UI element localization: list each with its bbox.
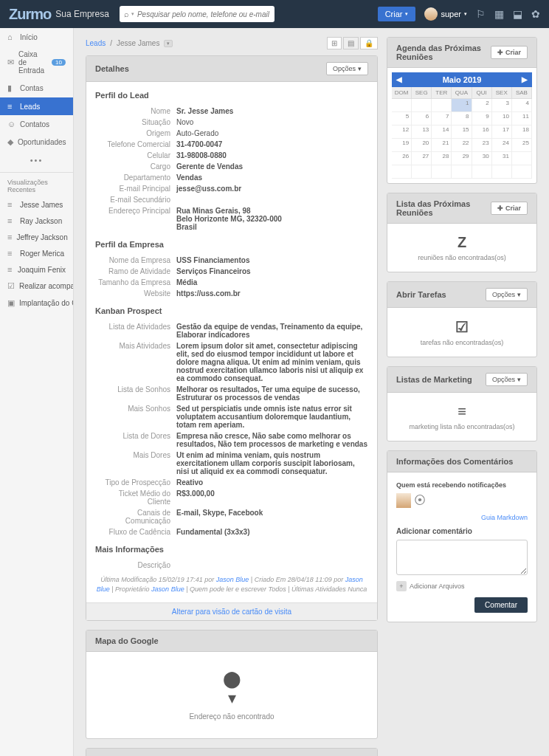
recent-item[interactable]: ☑Realizar acompan... [0, 278, 73, 295]
cal-day[interactable]: 16 [472, 126, 492, 139]
avatar [424, 7, 438, 21]
cal-day[interactable]: 2 [472, 99, 492, 112]
tasks-options[interactable]: Opções ▾ [486, 288, 528, 301]
marketing-options[interactable]: Opções ▾ [486, 373, 528, 386]
breadcrumb-root[interactable]: Leads [86, 39, 106, 47]
calendar-grid[interactable]: 1234567891011121314151617181920212223242… [392, 99, 532, 179]
calendar-icon[interactable]: ▦ [494, 8, 504, 20]
agenda-create[interactable]: ✚ Criar [491, 46, 528, 59]
cal-day[interactable]: 7 [432, 112, 452, 126]
cal-day[interactable]: 14 [432, 126, 452, 139]
subscriber-avatar[interactable] [396, 493, 411, 508]
field-website[interactable]: https://uss.com.br [176, 289, 368, 298]
section-kanban: Kanban Prospect [95, 306, 368, 315]
cal-day[interactable]: 29 [452, 152, 472, 165]
cal-next[interactable]: ▶ [522, 75, 528, 83]
search-scope-dropdown-icon[interactable]: ▾ [131, 11, 134, 17]
nav-oportunidades[interactable]: ◆Oportunidades [0, 133, 73, 151]
cal-day[interactable] [392, 99, 412, 112]
cal-day[interactable]: 6 [412, 112, 432, 126]
cal-day[interactable]: 8 [452, 112, 472, 126]
cal-prev[interactable]: ◀ [396, 75, 402, 83]
cal-day[interactable]: 25 [512, 139, 532, 152]
cal-day[interactable]: 13 [412, 126, 432, 139]
cal-day[interactable] [412, 165, 432, 179]
cal-day[interactable]: 17 [492, 126, 512, 139]
nav-inicio[interactable]: ⌂Início [0, 28, 73, 46]
nav-contas[interactable]: ▮Contas [0, 79, 73, 97]
notification-icon[interactable]: ⚐ [476, 8, 486, 20]
cal-day[interactable]: 15 [452, 126, 472, 139]
markdown-guide-link[interactable]: Guia Markdown [396, 514, 528, 521]
cal-day[interactable]: 22 [452, 139, 472, 152]
cal-day[interactable] [472, 165, 492, 179]
toggle-card-view[interactable]: Alterar para visão de cartão de visita [86, 602, 377, 620]
nav-leads[interactable]: ≡Leads [0, 97, 73, 115]
recent-item[interactable]: ≡Ray Jackson [0, 213, 73, 229]
cal-day[interactable]: 1 [452, 99, 472, 112]
nav-caixa[interactable]: ✉Caixa de Entrada10 [0, 46, 73, 79]
inbox-icon[interactable]: ⬓ [513, 8, 522, 20]
field-tel-comercial: 31-4700-0047 [176, 140, 368, 148]
cal-day[interactable] [512, 165, 532, 179]
nav-contatos[interactable]: ☺Contatos [0, 115, 73, 133]
settings-icon[interactable]: ✿ [531, 8, 540, 20]
cal-day[interactable]: 18 [512, 126, 532, 139]
cal-day[interactable]: 4 [512, 99, 532, 112]
recent-item[interactable]: ≡Jesse James [0, 196, 73, 213]
field-origem: Auto-Gerado [176, 129, 368, 137]
recent-item[interactable]: ≡Joaquim Fenix [0, 261, 73, 278]
view-lock[interactable]: 🔒 [360, 37, 378, 49]
field-email[interactable]: jesse@uss.com.br [176, 185, 368, 193]
field-tipo-prospeccao: Reativo [176, 478, 368, 487]
broadcast-icon[interactable]: ⦿ [414, 494, 426, 506]
comment-textarea[interactable] [396, 540, 528, 575]
meta-owner-link[interactable]: Jason Blue [151, 585, 184, 593]
search-box[interactable]: ⌕ ▾ [120, 6, 274, 22]
cal-day[interactable]: 3 [492, 99, 512, 112]
cal-day[interactable]: 9 [472, 112, 492, 126]
cal-day[interactable]: 31 [492, 152, 512, 165]
nav-more[interactable]: ••• [0, 151, 73, 169]
cal-day[interactable]: 23 [472, 139, 492, 152]
search-input[interactable] [137, 10, 270, 18]
view-kanban[interactable]: ⊞ [327, 37, 342, 49]
details-title: Detalhes [95, 64, 129, 73]
recent-item[interactable]: ▣Implantação do C... [0, 295, 73, 312]
meta-modifier-link[interactable]: Jason Blue [216, 576, 249, 583]
cal-day[interactable] [412, 99, 432, 112]
meetings-create[interactable]: ✚ Criar [491, 202, 528, 215]
cal-day[interactable] [392, 165, 412, 179]
cal-day[interactable] [452, 165, 472, 179]
cal-day[interactable] [432, 99, 452, 112]
field-email2 [176, 196, 368, 204]
user-menu[interactable]: super▾ [424, 7, 467, 21]
lead-icon: ≡ [7, 233, 12, 241]
create-button[interactable]: Criar ▾ [378, 7, 416, 21]
cal-day[interactable]: 26 [392, 152, 412, 165]
recent-item[interactable]: ≡Jeffrey Jackson [0, 229, 73, 245]
cal-day[interactable]: 28 [432, 152, 452, 165]
cal-day[interactable]: 21 [432, 139, 452, 152]
cal-day[interactable]: 11 [512, 112, 532, 126]
breadcrumb-dropdown[interactable]: ▾ [164, 40, 173, 47]
recent-item[interactable]: ≡Roger Merica [0, 245, 73, 261]
cal-day[interactable]: 19 [392, 139, 412, 152]
cal-day[interactable]: 20 [412, 139, 432, 152]
cal-day[interactable]: 24 [492, 139, 512, 152]
comment-button[interactable]: Comentar [474, 597, 528, 613]
cal-day[interactable]: 5 [392, 112, 412, 126]
cal-day[interactable] [512, 152, 532, 165]
cal-day[interactable] [432, 165, 452, 179]
cal-day[interactable]: 27 [412, 152, 432, 165]
cal-day[interactable]: 12 [392, 126, 412, 139]
section-empresa: Perfil da Empresa [95, 240, 368, 249]
cal-day[interactable] [492, 165, 512, 179]
cal-day[interactable]: 30 [472, 152, 492, 165]
details-options[interactable]: Opções ▾ [326, 62, 368, 75]
field-celular: 31-98008-0880 [176, 151, 368, 159]
attach-files[interactable]: +Adicionar Arquivos [396, 581, 528, 591]
cal-day[interactable]: 10 [492, 112, 512, 126]
tasks-title: Abrir Tarefas [396, 290, 446, 299]
view-list[interactable]: ▤ [343, 37, 359, 49]
